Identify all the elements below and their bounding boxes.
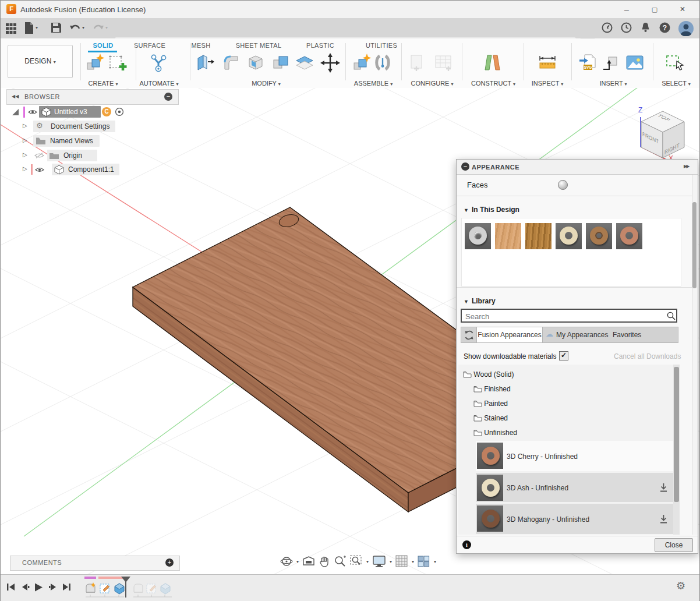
group-automate[interactable]: AUTOMATE ▾ [139, 80, 178, 87]
orbit-icon[interactable] [280, 555, 293, 568]
app-grid-icon[interactable] [5, 23, 17, 34]
education-badge[interactable]: C [102, 107, 111, 116]
save-icon[interactable] [51, 22, 62, 33]
play-icon[interactable] [34, 583, 43, 592]
step-back-icon[interactable] [20, 583, 30, 591]
in-this-design-section[interactable]: ▼In This Design [464, 204, 519, 214]
tree-item-unfinished[interactable]: Unfinished [473, 429, 517, 437]
zoom-window-caret[interactable]: ▾ [366, 559, 369, 564]
configuration-table-icon[interactable] [434, 53, 454, 73]
tab-plastic[interactable]: PLASTIC [306, 42, 334, 49]
search-icon[interactable] [667, 312, 676, 320]
tab-mesh[interactable]: MESH [192, 42, 211, 49]
joint-icon[interactable] [373, 53, 393, 73]
swatch-ash-torus[interactable] [556, 223, 582, 249]
download-icon[interactable] [659, 483, 668, 493]
tree-item-painted[interactable]: Painted [473, 400, 508, 408]
material-row-cherry[interactable]: 3D Cherry - Unfinished [476, 441, 675, 471]
create-sketch-icon[interactable] [108, 53, 128, 73]
go-to-start-icon[interactable] [6, 583, 16, 591]
go-to-end-icon[interactable] [62, 583, 71, 591]
offset-face-icon[interactable] [295, 53, 314, 73]
step-forward-icon[interactable] [48, 583, 58, 591]
grid-snap-icon[interactable] [395, 555, 408, 568]
tab-utilities[interactable]: UTILITIES [366, 42, 397, 49]
undo-caret[interactable]: ▾ [82, 25, 84, 30]
section-collapse-icon[interactable]: ▼ [464, 207, 469, 213]
notifications-bell-icon[interactable] [641, 22, 650, 33]
timeline-settings-gear-icon[interactable]: ⚙ [676, 579, 685, 592]
list-scrollbar-thumb[interactable] [674, 367, 679, 502]
browser-item-named-views[interactable]: ▷ Named Views [1, 135, 175, 147]
timeline-fillet-icon-suppressed[interactable] [132, 582, 144, 595]
timeline-sketch-icon[interactable] [98, 582, 111, 595]
file-menu-icon[interactable] [24, 22, 34, 34]
browser-item-document-settings[interactable]: ▷ ⚙ Document Settings [1, 121, 175, 132]
group-assemble[interactable]: ASSEMBLE ▾ [354, 80, 393, 87]
grid-snap-caret[interactable]: ▾ [412, 559, 414, 564]
show-downloadable-checkbox[interactable]: ✓ [559, 351, 568, 360]
expand-arrow-icon[interactable]: ▷ [23, 122, 27, 129]
browser-minimize-icon[interactable]: − [164, 93, 172, 101]
viewport-canvas[interactable]: ◀◀ BROWSER − Untitled v3 C ▷ ⚙ Document [1, 88, 699, 574]
browser-collapse-icon[interactable]: ◀◀ [12, 94, 19, 99]
group-create[interactable]: CREATE ▾ [89, 80, 118, 87]
info-icon[interactable]: i [462, 540, 471, 549]
viewports-icon[interactable] [418, 555, 430, 568]
search-input[interactable] [464, 310, 659, 322]
new-body-icon[interactable] [86, 53, 105, 73]
download-icon[interactable] [659, 514, 668, 524]
look-at-icon[interactable] [302, 556, 315, 567]
measure-icon[interactable] [538, 53, 557, 73]
workspace-selector[interactable]: DESIGN ▾ [8, 45, 73, 78]
timeline-sketch-icon-suppressed[interactable] [145, 582, 158, 595]
dialog-scrollbar-thumb[interactable] [692, 202, 697, 288]
timeline-component-icon[interactable] [84, 582, 97, 595]
zoom-window-icon[interactable] [350, 555, 363, 568]
move-icon[interactable] [320, 53, 340, 73]
expand-arrow-icon[interactable]: ▷ [23, 165, 27, 172]
user-avatar[interactable] [678, 21, 694, 36]
tab-solid[interactable]: SOLID [93, 42, 113, 49]
tab-surface[interactable]: SURFACE [134, 42, 165, 49]
material-row-ash[interactable]: 3D Ash - Unfinished [476, 473, 675, 502]
press-pull-icon[interactable] [195, 53, 215, 73]
faces-swatch-slot[interactable] [558, 180, 568, 190]
display-settings-caret[interactable]: ▾ [390, 559, 392, 564]
history-clock-icon[interactable] [621, 22, 632, 33]
tab-sheet-metal[interactable]: SHEET METAL [236, 42, 282, 49]
viewports-caret[interactable]: ▾ [434, 559, 436, 564]
material-row-mahogany[interactable]: 3D Mahogany - Unfinished [476, 504, 675, 534]
redo-icon[interactable] [93, 23, 104, 33]
swatch-zebrawood-torus[interactable] [586, 223, 612, 249]
root-document-name[interactable]: Untitled v3 [54, 108, 87, 116]
group-insert[interactable]: INSERT ▾ [599, 80, 627, 87]
tree-item-finished[interactable]: Finished [473, 385, 511, 393]
tree-item-wood-solid[interactable]: Wood (Solid) [463, 370, 514, 379]
zoom-icon[interactable] [334, 555, 347, 568]
view-cube[interactable]: Z X TOP FRONT RIGHT [627, 95, 699, 162]
maximize-button[interactable]: ▢ [646, 2, 663, 16]
browser-item-component1[interactable]: ▷ Component1:1 [1, 164, 175, 175]
swatch-maple-cube[interactable] [495, 223, 521, 249]
visibility-eye-icon[interactable] [35, 167, 44, 173]
combine-icon[interactable] [271, 53, 291, 73]
group-inspect[interactable]: INSPECT ▾ [532, 80, 564, 87]
add-comment-icon[interactable]: + [165, 558, 174, 567]
pan-hand-icon[interactable] [319, 556, 330, 567]
construct-plane-icon[interactable] [482, 53, 502, 73]
canvas-image-icon[interactable] [625, 53, 645, 73]
orbit-caret[interactable]: ▾ [296, 559, 299, 564]
job-status-icon[interactable] [602, 22, 613, 33]
tab-my-appearances[interactable]: ☁My Appearances [542, 327, 611, 342]
swatch-chrome-torus[interactable] [465, 223, 491, 249]
group-construct[interactable]: CONSTRUCT ▾ [471, 80, 515, 87]
insert-svg-icon[interactable]: SVG [578, 53, 598, 73]
swatch-oak-cube[interactable] [525, 223, 551, 249]
display-settings-icon[interactable] [372, 555, 386, 568]
help-icon[interactable]: ? [659, 22, 670, 33]
refresh-icon[interactable] [464, 330, 474, 340]
library-section[interactable]: ▼Library [464, 295, 496, 306]
browser-item-origin[interactable]: ▷ Origin [1, 150, 175, 161]
fillet-icon[interactable] [221, 53, 241, 73]
